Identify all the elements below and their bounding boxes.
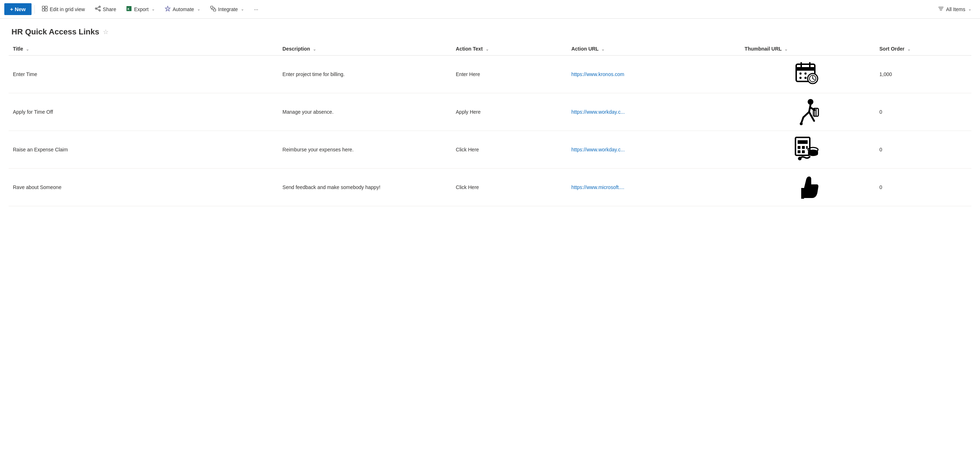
svg-rect-0 bbox=[42, 6, 45, 8]
svg-point-38 bbox=[800, 122, 803, 125]
cell-action-url-1[interactable]: https://www.workday.c... bbox=[567, 93, 740, 131]
edit-grid-label: Edit in grid view bbox=[50, 6, 85, 12]
cell-action-url-2[interactable]: https://www.workday.c... bbox=[567, 131, 740, 169]
col-header-sort-order[interactable]: Sort Order ⌄ bbox=[875, 42, 971, 56]
toolbar: + New Edit in grid view Share X Export ⌄… bbox=[0, 0, 980, 19]
page-title: HR Quick Access Links bbox=[11, 27, 99, 37]
export-icon: X bbox=[126, 6, 132, 13]
cell-action-url-0[interactable]: https://www.kronos.com bbox=[567, 56, 740, 93]
svg-line-8 bbox=[97, 9, 99, 10]
svg-point-50 bbox=[798, 157, 802, 160]
cell-desc-1: Manage your absence. bbox=[278, 93, 452, 131]
automate-label: Automate bbox=[173, 6, 194, 12]
svg-point-6 bbox=[99, 10, 100, 11]
table-container: Title ⌄ Description ⌄ Action Text ⌄ Acti… bbox=[0, 42, 980, 206]
action-text-sort-icon: ⌄ bbox=[485, 47, 489, 51]
svg-point-26 bbox=[804, 72, 807, 75]
automate-chevron: ⌄ bbox=[197, 7, 200, 11]
svg-point-25 bbox=[799, 72, 802, 75]
cell-sort-order-0: 1,000 bbox=[875, 56, 971, 93]
main-table: Title ⌄ Description ⌄ Action Text ⌄ Acti… bbox=[9, 42, 971, 206]
svg-text:X: X bbox=[127, 7, 129, 11]
cell-title-1[interactable]: Apply for Time Off bbox=[9, 93, 278, 131]
svg-rect-43 bbox=[806, 146, 808, 149]
svg-line-7 bbox=[97, 7, 99, 8]
all-items-label: All Items bbox=[946, 6, 965, 12]
svg-point-27 bbox=[799, 77, 802, 79]
svg-point-5 bbox=[95, 8, 97, 9]
filter-icon bbox=[938, 6, 944, 13]
svg-point-28 bbox=[804, 77, 807, 79]
new-button[interactable]: + New bbox=[4, 3, 32, 15]
all-items-button[interactable]: All Items ⌄ bbox=[934, 3, 976, 15]
svg-rect-40 bbox=[798, 140, 808, 144]
export-label: Export bbox=[134, 6, 148, 12]
svg-point-4 bbox=[99, 6, 100, 8]
table-row[interactable]: Apply for Time Off Manage your absence. … bbox=[9, 93, 971, 131]
automate-button[interactable]: Automate ⌄ bbox=[161, 3, 205, 15]
cell-thumbnail-2 bbox=[740, 131, 875, 169]
grid-icon bbox=[42, 6, 48, 13]
col-header-title[interactable]: Title ⌄ bbox=[9, 42, 278, 56]
svg-rect-3 bbox=[45, 9, 47, 11]
cell-action-text-2: Click Here bbox=[452, 131, 567, 169]
cell-title-0[interactable]: Enter Time bbox=[9, 56, 278, 93]
svg-rect-44 bbox=[798, 150, 800, 153]
cell-thumbnail-1 bbox=[740, 93, 875, 131]
integrate-button[interactable]: Integrate ⌄ bbox=[206, 3, 248, 15]
svg-rect-12 bbox=[213, 9, 216, 11]
col-header-action-text[interactable]: Action Text ⌄ bbox=[452, 42, 567, 56]
cell-sort-order-3: 0 bbox=[875, 169, 971, 206]
integrate-icon bbox=[210, 6, 216, 13]
action-url-sort-icon: ⌄ bbox=[601, 47, 605, 51]
more-label: ··· bbox=[254, 6, 258, 12]
col-header-description[interactable]: Description ⌄ bbox=[278, 42, 452, 56]
automate-icon bbox=[165, 6, 170, 13]
svg-rect-1 bbox=[45, 6, 47, 8]
edit-grid-button[interactable]: Edit in grid view bbox=[38, 3, 89, 15]
favorite-star-icon[interactable]: ☆ bbox=[103, 28, 108, 36]
all-items-chevron: ⌄ bbox=[968, 7, 971, 11]
table-row[interactable]: Enter Time Enter project time for billin… bbox=[9, 56, 971, 93]
cell-action-text-1: Apply Here bbox=[452, 93, 567, 131]
table-row[interactable]: Raise an Expense Claim Reimburse your ex… bbox=[9, 131, 971, 169]
svg-rect-11 bbox=[211, 6, 213, 8]
svg-rect-42 bbox=[802, 146, 805, 149]
share-label: Share bbox=[103, 6, 116, 12]
cell-action-text-3: Click Here bbox=[452, 169, 567, 206]
cell-title-2[interactable]: Raise an Expense Claim bbox=[9, 131, 278, 169]
cell-action-text-0: Enter Here bbox=[452, 56, 567, 93]
cell-sort-order-2: 0 bbox=[875, 131, 971, 169]
separator-1 bbox=[34, 5, 35, 14]
cell-sort-order-1: 0 bbox=[875, 93, 971, 131]
cell-title-3[interactable]: Rave about Someone bbox=[9, 169, 278, 206]
svg-line-31 bbox=[803, 112, 809, 117]
cell-thumbnail-0 bbox=[740, 56, 875, 93]
cell-desc-2: Reimburse your expenses here. bbox=[278, 131, 452, 169]
cell-action-url-3[interactable]: https://www.microsoft.... bbox=[567, 169, 740, 206]
svg-rect-17 bbox=[796, 67, 815, 71]
share-button[interactable]: Share bbox=[91, 3, 120, 15]
thumbnail-sort-icon: ⌄ bbox=[784, 47, 788, 51]
export-chevron: ⌄ bbox=[151, 7, 155, 11]
integrate-chevron: ⌄ bbox=[241, 7, 244, 11]
table-row[interactable]: Rave about Someone Send feedback and mak… bbox=[9, 169, 971, 206]
desc-sort-icon: ⌄ bbox=[313, 47, 316, 51]
cell-thumbnail-3 bbox=[740, 169, 875, 206]
page-header: HR Quick Access Links ☆ bbox=[0, 19, 980, 42]
export-button[interactable]: X Export ⌄ bbox=[122, 3, 159, 15]
share-icon bbox=[95, 6, 101, 13]
cell-desc-3: Send feedback and make somebody happy! bbox=[278, 169, 452, 206]
cell-desc-0: Enter project time for billing. bbox=[278, 56, 452, 93]
svg-rect-2 bbox=[42, 9, 45, 11]
title-sort-icon: ⌄ bbox=[26, 47, 29, 51]
more-button[interactable]: ··· bbox=[250, 4, 262, 14]
sort-order-sort-icon: ⌄ bbox=[907, 47, 910, 51]
svg-rect-45 bbox=[802, 150, 805, 153]
svg-rect-41 bbox=[798, 146, 800, 149]
col-header-thumbnail[interactable]: Thumbnail URL ⌄ bbox=[740, 42, 875, 56]
integrate-label: Integrate bbox=[218, 6, 238, 12]
col-header-action-url[interactable]: Action URL ⌄ bbox=[567, 42, 740, 56]
table-header-row: Title ⌄ Description ⌄ Action Text ⌄ Acti… bbox=[9, 42, 971, 56]
